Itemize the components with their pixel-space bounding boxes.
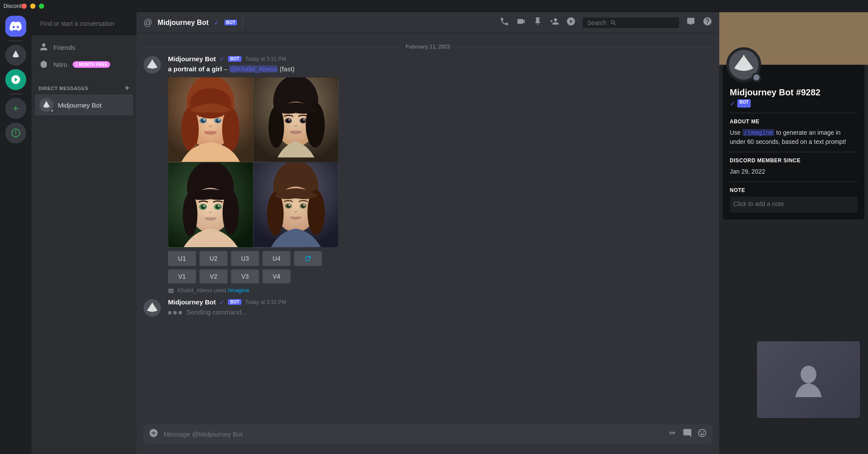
about-me-title: ABOUT ME [730,119,858,125]
sidebar-home-button[interactable] [5,16,26,37]
message-input-area [136,424,719,454]
user-status-indicator [50,108,54,113]
server-divider-2 [9,94,23,94]
app-title: Discord [4,3,21,9]
profile-info: Midjourney Bot #9282 ✓ BOT ABOUT ME Use … [723,65,864,220]
app-layout: + Friends [0,12,868,454]
member-since-date: Jan 29, 2022 [730,167,858,176]
nitro-badge: 1 MONTH FREE [73,61,110,68]
variation-1-button[interactable]: V1 [168,269,196,283]
refresh-button[interactable] [294,251,322,266]
image-cell-1[interactable] [168,77,253,162]
search-icon [610,19,617,26]
close-btn[interactable] [21,3,27,9]
sidebar-item-nitro[interactable]: Nitro 1 MONTH FREE [35,56,133,73]
sending-dots [168,311,182,314]
sidebar-item-friends[interactable]: Friends [35,39,133,56]
window-controls[interactable] [21,3,44,9]
profile-icon[interactable] [566,17,576,28]
variation-4-button[interactable]: V4 [262,269,290,283]
direct-messages-header: DIRECT MESSAGES + [32,77,136,94]
message-content-2: Sending command... [168,307,712,317]
message-bold-1: a portrait of a girl [168,65,222,73]
video-icon[interactable] [516,17,526,28]
upscale-4-button[interactable]: U4 [262,251,290,266]
add-member-icon[interactable] [550,17,559,28]
nitro-icon [39,59,48,70]
bot-badge-2: BOT [228,299,242,305]
pin-icon[interactable] [533,17,542,28]
message-dash: – [224,65,230,73]
avatar [39,98,53,112]
dm-user-name: Midjourney Bot [58,101,102,109]
gif-icon[interactable] [668,428,677,440]
dm-search-container[interactable] [32,12,136,35]
svg-point-42 [201,205,205,209]
upscale-2-button[interactable]: U2 [200,251,228,266]
verified-icon-2: ✓ [219,299,224,306]
svg-point-31 [288,119,290,121]
svg-point-33 [290,130,301,134]
profile-avatar [726,47,761,82]
message-suffix-1: (fast) [280,65,294,73]
upscale-1-button[interactable]: U1 [168,251,196,266]
bot-badge-header: BOT [224,20,237,25]
sidebar-server-ai[interactable] [5,69,26,90]
date-divider: February 11, 2023 [136,40,719,53]
search-label: Search [587,19,606,26]
find-conversation-input[interactable] [36,17,132,30]
messages-area: February 11, 2023 Midjourney Bot ✓ BOT [136,33,719,424]
about-me-text: Use /imagine to generate an image in und… [730,128,858,147]
sidebar-server-boat[interactable] [5,45,26,66]
direct-messages-label: DIRECT MESSAGES [38,86,88,91]
note-area[interactable]: Click to add a note [730,197,858,213]
friends-icon [39,42,48,52]
slash-icon [168,288,174,294]
channel-name: Midjourney Bot [158,19,208,27]
upscale-3-button[interactable]: U3 [231,251,259,266]
message-content-1: a portrait of a girl – @Khalid_Abess (fa… [168,64,712,73]
date-divider-text: February 11, 2023 [406,44,450,50]
profile-avatar-container [726,47,761,82]
message-input-field[interactable] [164,430,662,438]
profile-verified-icon: ✓ [730,99,735,108]
svg-point-17 [203,119,205,121]
svg-point-43 [216,205,220,209]
attach-icon[interactable] [149,428,158,440]
profile-bot-badge: BOT [737,99,751,108]
image-cell-2[interactable] [253,77,339,162]
help-icon[interactable] [703,17,712,28]
add-dm-button[interactable]: + [125,84,130,93]
channel-header: @ Midjourney Bot ✓ BOT [136,12,719,33]
minimize-btn[interactable] [30,3,35,9]
profile-badges: ✓ BOT [730,99,858,108]
explore-servers-button[interactable] [5,122,26,143]
sticker-icon[interactable] [682,428,692,440]
message-avatar-1 [144,56,161,73]
emoji-icon[interactable] [697,428,707,440]
action-buttons-row-2: V1 V2 V3 V4 [168,269,712,283]
message-avatar-2 [144,299,161,317]
profile-divider-3 [730,182,858,182]
channel-header-actions: Search [500,17,712,28]
add-server-button[interactable]: + [5,98,26,119]
inbox-icon[interactable] [686,17,696,28]
variation-2-button[interactable]: V2 [200,269,228,283]
svg-point-44 [203,205,205,207]
search-bar[interactable]: Search [583,17,679,28]
dm-user-midjourney-bot[interactable]: Midjourney Bot [35,94,133,115]
title-bar: Discord [0,0,868,12]
nitro-label: Nitro [53,61,67,68]
variation-3-button[interactable]: V3 [231,269,259,283]
date-line-right [455,47,712,47]
friends-label: Friends [53,44,75,51]
profile-status-ring [752,73,761,82]
call-icon[interactable] [500,17,509,28]
svg-point-57 [288,204,290,206]
maximize-btn[interactable] [39,3,44,9]
video-overlay [756,340,861,419]
image-cell-4[interactable] [253,162,339,248]
image-grid[interactable] [168,77,339,248]
message-input-box[interactable] [144,424,712,444]
image-cell-3[interactable] [168,162,253,248]
